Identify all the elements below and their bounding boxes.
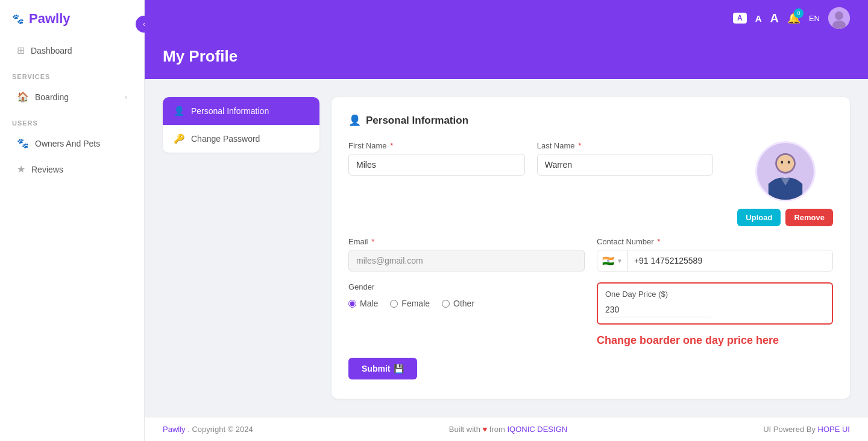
owners-pets-icon: 🐾 [17,138,29,149]
menu-item-personal-info[interactable]: 👤 Personal Information [163,97,319,125]
logo-paw-icon: 🐾 [12,13,24,25]
price-box: One Day Price ($) [597,282,833,325]
sidebar-item-label: Dashboard [31,46,72,56]
gender-group: Gender Male Female [348,282,585,312]
form-panel: 👤 Personal Information First Name * [332,97,850,399]
phone-flag-selector[interactable]: 🇮🇳 ▼ [597,250,628,271]
font-small-btn[interactable]: A [733,13,747,24]
language-selector[interactable]: EN [809,14,820,23]
price-input[interactable] [605,302,711,317]
footer-copyright: Pawlly . Copyright © 2024 [163,425,253,434]
email-group: Email * [348,237,585,271]
first-name-label: First Name * [348,141,525,150]
footer-copyright-text: . Copyright © 2024 [187,425,253,434]
gender-options: Male Female Other [348,295,585,312]
email-input[interactable] [348,250,585,271]
price-label: One Day Price ($) [605,290,825,299]
services-section-label: SERVICES [0,63,144,84]
gender-female[interactable]: Female [390,299,430,308]
gender-female-label: Female [401,299,430,308]
logo-text: Pawlly [29,11,70,27]
svg-point-7 [781,161,783,164]
gender-other[interactable]: Other [442,299,474,308]
person-icon: 👤 [348,114,361,127]
last-name-input[interactable] [537,154,714,176]
font-large-btn[interactable]: A [770,11,778,25]
avatar-buttons: Upload Remove [737,209,833,226]
first-name-input[interactable] [348,154,525,176]
boarding-icon: 🏠 [17,91,29,103]
gender-price-row: Gender Male Female [348,282,833,347]
last-name-label: Last Name * [537,141,714,150]
sidebar-collapse-btn[interactable]: ‹ [136,16,153,33]
menu-item-change-password[interactable]: 🔑 Change Password [163,125,319,153]
last-name-group: Last Name * [537,141,714,226]
first-name-group: First Name * [348,141,525,226]
form-section-title: 👤 Personal Information [348,114,833,127]
sidebar-item-label: Owners And Pets [35,139,100,148]
page-body: 👤 Personal Information 🔑 Change Password… [145,79,868,417]
avatar-circle [755,141,816,201]
gender-other-radio[interactable] [442,300,450,308]
svg-point-1 [835,11,843,20]
sidebar-item-label: Boarding [35,92,69,102]
sidebar-item-owners-pets[interactable]: 🐾 Owners And Pets [5,132,139,155]
profile-menu-card: 👤 Personal Information 🔑 Change Password [163,97,319,153]
user-avatar[interactable] [828,7,850,29]
phone-number-input[interactable] [628,250,832,271]
gender-male-radio[interactable] [348,300,356,308]
key-icon: 🔑 [174,133,185,144]
menu-item-label: Personal Information [191,106,269,116]
sidebar-item-label: Reviews [31,165,63,174]
gender-other-label: Other [453,299,474,308]
menu-item-label: Change Password [191,134,260,144]
contact-label: Contact Number * [597,237,833,246]
email-contact-row: Email * Contact Number * 🇮🇳 [348,237,833,271]
notifications-bell[interactable]: 🔔 0 [787,11,800,25]
sidebar: 🐾 Pawlly ‹ ⊞ Dashboard SERVICES 🏠 Boardi… [0,0,145,441]
footer-ui-link[interactable]: HOPE UI [818,425,850,434]
user-icon: 👤 [174,106,185,116]
submit-button[interactable]: Submit 💾 [348,358,417,379]
india-flag-icon: 🇮🇳 [602,255,614,267]
phone-input-group: 🇮🇳 ▼ [597,250,833,271]
submit-label: Submit [362,364,390,373]
heart-icon: ♥ [483,425,488,434]
svg-point-6 [777,155,794,172]
gender-male[interactable]: Male [348,299,378,308]
chevron-down-icon: ▼ [617,258,623,264]
page-title: My Profile [163,47,850,66]
gender-male-label: Male [360,299,378,308]
footer-design-link[interactable]: IQONIC DESIGN [507,425,567,434]
sidebar-item-boarding[interactable]: 🏠 Boarding › [5,85,139,109]
gender-female-radio[interactable] [390,300,398,308]
gender-label: Gender [348,282,585,291]
avatar-section: Upload Remove [737,141,833,226]
notification-badge: 0 [794,8,804,18]
chevron-right-icon: › [125,93,127,101]
svg-point-8 [787,161,790,164]
price-group: One Day Price ($) Change boarder one day… [597,282,833,347]
users-section-label: USERS [0,110,144,130]
price-hint: Change boarder one day price here [597,334,833,347]
contact-group: Contact Number * 🇮🇳 ▼ [597,237,833,271]
main-content: A A A 🔔 0 EN My Profile [145,0,868,441]
footer-built-with: Built with ♥ from IQONIC DESIGN [449,425,567,434]
remove-button[interactable]: Remove [785,209,833,226]
save-icon: 💾 [394,364,404,373]
sidebar-item-dashboard[interactable]: ⊞ Dashboard [5,39,139,62]
topbar: A A A 🔔 0 EN [145,0,868,36]
upload-button[interactable]: Upload [737,209,781,226]
footer-powered-by: UI Powered By HOPE UI [763,425,850,434]
sidebar-item-reviews[interactable]: ★ Reviews [5,157,139,181]
left-panel: 👤 Personal Information 🔑 Change Password [163,97,319,399]
email-label: Email * [348,237,585,246]
footer: Pawlly . Copyright © 2024 Built with ♥ f… [145,417,868,441]
page-header: My Profile [145,36,868,79]
dashboard-icon: ⊞ [17,45,25,56]
logo: 🐾 Pawlly [0,0,144,37]
reviews-icon: ★ [17,163,25,175]
font-medium-btn[interactable]: A [755,13,762,24]
footer-brand-link[interactable]: Pawlly [163,425,186,434]
